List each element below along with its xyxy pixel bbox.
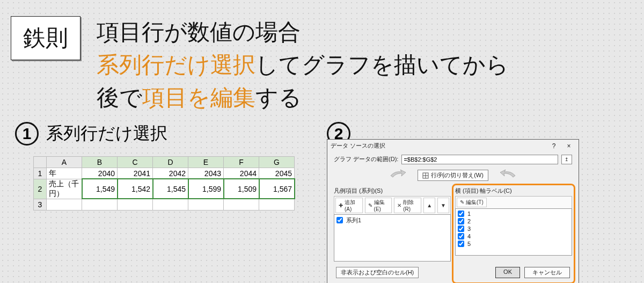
list-item[interactable]: 5 xyxy=(457,240,570,248)
headline-line3-pre: 後で xyxy=(97,85,142,110)
col-head-G[interactable]: G xyxy=(259,156,295,168)
cell-F2[interactable]: 1,509 xyxy=(224,179,259,199)
down-icon: ▼ xyxy=(441,202,446,208)
axis-item-label: 2 xyxy=(467,218,471,224)
list-item[interactable]: 2 xyxy=(457,217,570,225)
list-item[interactable]: 3 xyxy=(457,225,570,233)
cell-A1[interactable]: 年 xyxy=(47,168,82,179)
cell-E3[interactable] xyxy=(188,199,224,210)
legend-listbox[interactable]: 系列1 xyxy=(334,214,451,262)
col-head-A[interactable]: A xyxy=(47,156,82,168)
axis-listbox[interactable]: 1 2 3 4 5 xyxy=(455,208,572,256)
add-icon: ✚ xyxy=(339,202,343,208)
headline-line3-emphasis: 項目を編集 xyxy=(142,85,255,110)
headline-line3: 後で項目を編集する xyxy=(97,82,509,114)
headline-line2-rest: してグラフを描いてから xyxy=(255,52,509,77)
up-icon: ▲ xyxy=(427,202,432,208)
swap-label: 行/列の切り替え(W) xyxy=(431,171,484,179)
dialog-help-button[interactable]: ? xyxy=(547,142,560,150)
col-head-B[interactable]: B xyxy=(82,156,118,168)
axis-item-checkbox[interactable] xyxy=(458,211,464,217)
legend-toolbar: ✚追加(A) ✎編集(E) ✕削除(R) ▲ ▼ xyxy=(334,196,451,214)
cell-D2[interactable]: 1,545 xyxy=(153,179,188,199)
cell-E1[interactable]: 2043 xyxy=(188,168,224,179)
hidden-cells-button[interactable]: 非表示および空白のセル(H) xyxy=(336,267,419,278)
cell-A3[interactable] xyxy=(47,199,82,210)
legend-delete-button[interactable]: ✕削除(R) xyxy=(394,198,421,213)
cell-B1[interactable]: 2040 xyxy=(82,168,118,179)
ok-button[interactable]: OK xyxy=(495,267,520,278)
legend-item-checkbox[interactable] xyxy=(336,217,343,223)
axis-item-checkbox[interactable] xyxy=(458,241,464,247)
list-item[interactable]: 1 xyxy=(457,210,570,217)
dialog-title: データ ソースの選択 xyxy=(331,142,385,150)
list-item[interactable]: 4 xyxy=(457,233,570,240)
axis-list-label: 横 (項目) 軸ラベル(C) xyxy=(455,187,572,195)
cell-F1[interactable]: 2044 xyxy=(224,168,259,179)
edit-icon: ✎ xyxy=(460,199,464,205)
cell-C2[interactable]: 1,542 xyxy=(118,179,153,199)
col-head-E[interactable]: E xyxy=(188,156,224,168)
row-head-1[interactable]: 1 xyxy=(34,168,47,179)
rule-badge: 鉄則 xyxy=(11,16,80,60)
cell-G3[interactable] xyxy=(259,199,295,210)
cancel-button[interactable]: キャンセル xyxy=(524,267,570,278)
legend-edit-button[interactable]: ✎編集(E) xyxy=(365,198,392,213)
select-data-source-dialog: データ ソースの選択 ? × グラフ データの範囲(D): ↥ xyxy=(327,139,579,283)
swap-arrow-right-icon xyxy=(499,169,516,183)
headline: 項目行が数値の場合 系列行だけ選択してグラフを描いてから 後で項目を編集する xyxy=(97,16,509,114)
cell-B2[interactable]: 1,549 xyxy=(82,179,118,199)
step1-title: 系列行だけ選択 xyxy=(46,122,167,146)
cell-C3[interactable] xyxy=(118,199,153,210)
axis-item-label: 1 xyxy=(467,211,471,217)
axis-edit-button[interactable]: ✎編集(T) xyxy=(457,198,487,207)
axis-item-checkbox[interactable] xyxy=(458,226,464,232)
legend-item-label: 系列1 xyxy=(346,216,361,224)
row-head-3[interactable]: 3 xyxy=(34,199,47,210)
swap-icon xyxy=(422,172,429,179)
swap-arrow-left-icon xyxy=(390,169,407,183)
range-input[interactable] xyxy=(401,155,558,164)
range-label: グラフ データの範囲(D): xyxy=(334,155,398,163)
edit-icon: ✎ xyxy=(368,202,372,208)
col-head-C[interactable]: C xyxy=(118,156,153,168)
sheet-corner xyxy=(34,156,47,168)
cell-E2[interactable]: 1,599 xyxy=(188,179,224,199)
cell-F3[interactable] xyxy=(224,199,259,210)
step-2: 2 データ ソースの選択 ? × グラフ データの範囲(D): ↥ xyxy=(327,122,644,283)
cell-G1[interactable]: 2045 xyxy=(259,168,295,179)
cell-C1[interactable]: 2041 xyxy=(118,168,153,179)
step1-number-icon: 1 xyxy=(15,122,39,146)
legend-moveup-button[interactable]: ▲ xyxy=(423,198,435,213)
delete-icon: ✕ xyxy=(397,202,401,208)
swap-rows-cols-button[interactable]: 行/列の切り替え(W) xyxy=(418,170,488,181)
axis-item-label: 4 xyxy=(467,233,471,240)
axis-item-label: 5 xyxy=(467,241,471,247)
cell-A2[interactable]: 売上（千円） xyxy=(47,179,82,199)
axis-item-checkbox[interactable] xyxy=(458,218,464,224)
axis-item-checkbox[interactable] xyxy=(458,233,464,240)
range-picker-button[interactable]: ↥ xyxy=(561,155,572,164)
axis-item-label: 3 xyxy=(467,226,471,232)
cell-G2[interactable]: 1,567 xyxy=(259,179,295,199)
col-head-D[interactable]: D xyxy=(153,156,188,168)
headline-line2: 系列行だけ選択してグラフを描いてから xyxy=(97,49,509,82)
axis-toolbar: ✎編集(T) xyxy=(455,196,572,208)
cell-B3[interactable] xyxy=(82,199,118,210)
legend-add-button[interactable]: ✚追加(A) xyxy=(335,198,363,213)
collapse-icon: ↥ xyxy=(565,157,569,162)
row-head-2[interactable]: 2 xyxy=(34,179,47,199)
legend-movedown-button[interactable]: ▼ xyxy=(437,198,449,213)
headline-line3-post: する xyxy=(255,85,302,110)
cell-D3[interactable] xyxy=(153,199,188,210)
headline-line2-emphasis: 系列行だけ選択 xyxy=(97,52,255,77)
cell-D1[interactable]: 2042 xyxy=(153,168,188,179)
step-1: 1 系列行だけ選択 A B C D E F G 1 年 2040 2041 20… xyxy=(15,122,295,283)
dialog-close-button[interactable]: × xyxy=(562,142,575,150)
legend-list-label: 凡例項目 (系列)(S) xyxy=(334,187,451,195)
spreadsheet: A B C D E F G 1 年 2040 2041 2042 2043 20… xyxy=(33,156,295,211)
headline-line1: 項目行が数値の場合 xyxy=(97,16,509,49)
list-item[interactable]: 系列1 xyxy=(335,216,449,225)
col-head-F[interactable]: F xyxy=(224,156,259,168)
